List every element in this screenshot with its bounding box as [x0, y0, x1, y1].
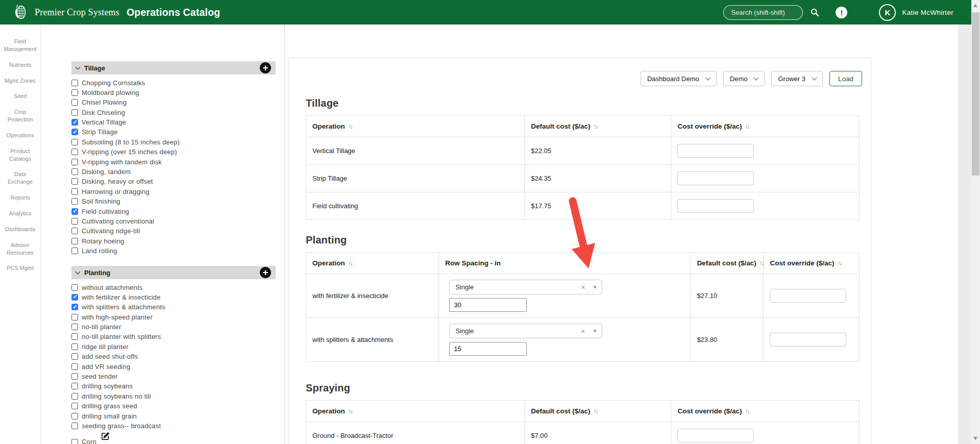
- checkbox-icon[interactable]: [71, 159, 78, 165]
- sidebar-item-advisor-resources[interactable]: Advisor Resources: [0, 241, 40, 257]
- checkbox-icon[interactable]: [71, 383, 78, 389]
- checkbox-icon[interactable]: [71, 228, 78, 234]
- checkbox-icon[interactable]: [71, 208, 78, 215]
- sort-icon[interactable]: ↑↓: [745, 408, 749, 415]
- filter-checkbox-ridge-till-planter[interactable]: ridge till planter: [71, 342, 276, 351]
- filter-checkbox-with-fertilizer-insecticide[interactable]: with fertilizer & insecticide: [71, 293, 276, 301]
- avatar[interactable]: K: [879, 4, 896, 21]
- checkbox-icon[interactable]: [71, 129, 78, 135]
- filter-checkbox-with-splitters-attachments[interactable]: with splitters & attachments: [71, 303, 276, 311]
- col-cost-override[interactable]: Cost override ($/ac)↑↓: [671, 401, 860, 422]
- filter-checkbox-without-attachments[interactable]: without attachments: [71, 283, 276, 291]
- row-spacing-select[interactable]: Single×▾: [449, 324, 602, 338]
- filter-checkbox-add-vr-seeding[interactable]: add VR seeding: [71, 362, 276, 371]
- cost-override-input-tillage[interactable]: [677, 144, 754, 158]
- checkbox-icon[interactable]: [71, 324, 78, 330]
- checkbox-icon[interactable]: [71, 168, 78, 175]
- checkbox-icon[interactable]: [71, 373, 78, 380]
- col-default-cost[interactable]: Default cost ($/ac)↑↓: [691, 253, 764, 274]
- checkbox-icon[interactable]: [71, 139, 78, 145]
- cost-override-input-planting[interactable]: [770, 289, 846, 303]
- checkbox-icon[interactable]: [71, 218, 78, 225]
- checkbox-icon[interactable]: [71, 99, 78, 106]
- checkbox-icon[interactable]: [71, 248, 78, 254]
- col-default-cost[interactable]: Default cost ($/ac)↑↓: [525, 116, 671, 137]
- cost-override-input-tillage[interactable]: [677, 199, 754, 213]
- filter-checkbox-seeding-grass-broadcast[interactable]: seeding grass-- broadcast: [71, 422, 276, 430]
- checkbox-icon[interactable]: [71, 238, 78, 244]
- filter-checkbox-vertical-tillage[interactable]: Vertical Tillage: [71, 118, 276, 127]
- checkbox-icon[interactable]: [71, 89, 78, 96]
- col-row-spacing[interactable]: Row Spacing - in: [439, 253, 691, 274]
- filter-checkbox-field-cultivating[interactable]: Field cultivating: [71, 207, 276, 215]
- col-operation[interactable]: Operation↑↓: [306, 253, 439, 274]
- filter-checkbox-disking-heavy-or-offset[interactable]: Disking, heavy or offset: [71, 178, 276, 186]
- checkbox-icon[interactable]: [71, 393, 78, 400]
- checkbox-icon[interactable]: [71, 403, 78, 409]
- sidebar-item-seed[interactable]: Seed: [0, 92, 40, 100]
- row-spacing-select[interactable]: Single×▾: [449, 280, 602, 294]
- col-operation[interactable]: Operation↑↓: [306, 116, 525, 137]
- filter-checkbox-no-till-planter[interactable]: no-till planter: [71, 323, 276, 331]
- sort-icon[interactable]: ↑↓: [348, 260, 352, 267]
- scrollbar-thumb[interactable]: [972, 12, 979, 176]
- filter-checkbox-disk-chiseling[interactable]: Disk Chiseling: [71, 108, 276, 116]
- filter-checkbox-disking-tandem[interactable]: Disking, tandem: [71, 168, 276, 176]
- checkbox-icon[interactable]: [71, 80, 78, 86]
- checkbox-icon[interactable]: [71, 188, 78, 195]
- filter-group-header-planting[interactable]: Planting+: [71, 266, 276, 279]
- checkbox-icon[interactable]: [71, 343, 78, 350]
- checkbox-icon[interactable]: [71, 363, 78, 370]
- search-icon[interactable]: [809, 7, 820, 18]
- caret-down-icon[interactable]: ▾: [594, 284, 597, 290]
- cost-override-input-spraying[interactable]: [677, 429, 754, 442]
- filter-checkbox-corn[interactable]: Corn: [71, 437, 276, 444]
- checkbox-icon[interactable]: [71, 198, 78, 205]
- clear-icon[interactable]: ×: [581, 327, 585, 335]
- sidebar-item-mgmt-zones[interactable]: Mgmt Zones: [0, 77, 40, 85]
- sidebar-item-nutrients[interactable]: Nutrients: [0, 61, 40, 69]
- sidebar-item-product-catalogs[interactable]: Product Catalogs: [0, 147, 40, 163]
- checkbox-icon[interactable]: [71, 314, 78, 320]
- row-spacing-value-input[interactable]: [449, 298, 527, 312]
- dropdown-demo[interactable]: Demo: [723, 71, 765, 86]
- sidebar-item-dashboards[interactable]: Dashboards: [0, 226, 40, 233]
- filter-checkbox-land-rolling[interactable]: Land rolling: [71, 247, 276, 255]
- checkbox-icon[interactable]: [71, 109, 78, 116]
- clear-icon[interactable]: ×: [581, 283, 585, 291]
- filter-checkbox-with-high-speed-planter[interactable]: with high-speed planter: [71, 313, 276, 321]
- sort-icon[interactable]: ↑↓: [838, 260, 842, 267]
- user-name[interactable]: Katie McWhirter: [902, 9, 953, 16]
- filter-checkbox-harrowing-or-dragging[interactable]: Harrowing or dragging: [71, 187, 276, 195]
- filter-checkbox-chisel-plowing[interactable]: Chisel Plowing: [71, 98, 276, 107]
- filter-checkbox-seed-tender[interactable]: seed tender: [71, 373, 276, 381]
- cost-override-input-planting[interactable]: [770, 333, 846, 347]
- load-button[interactable]: Load: [829, 71, 862, 86]
- checkbox-icon[interactable]: [71, 304, 78, 310]
- checkbox-icon[interactable]: [71, 423, 78, 429]
- filter-checkbox-v-ripping-with-tandem-disk[interactable]: V-ripping with tandem disk: [71, 158, 276, 166]
- search-input[interactable]: Search (shift-shift): [723, 5, 803, 20]
- filter-checkbox-v-ripping-over-15-inches-deep[interactable]: V-ripping (over 15 inches deep): [71, 148, 276, 156]
- edit-pencil-icon[interactable]: [101, 432, 110, 442]
- sidebar-item-field-management[interactable]: Field Management: [0, 38, 40, 53]
- checkbox-icon[interactable]: [71, 413, 78, 420]
- col-default-cost[interactable]: Default cost ($/ac)↑↓: [525, 401, 671, 422]
- vertical-scrollbar[interactable]: [971, 0, 980, 444]
- checkbox-icon[interactable]: [71, 353, 78, 360]
- sidebar-item-reports[interactable]: Reports: [0, 194, 40, 202]
- col-cost-override[interactable]: Cost override ($/ac)↑↓: [764, 253, 860, 274]
- sort-icon[interactable]: ↑↓: [745, 123, 749, 130]
- sidebar-item-analytics[interactable]: Analytics: [0, 210, 40, 217]
- checkbox-icon[interactable]: [71, 119, 78, 126]
- dropdown-dashboard-demo[interactable]: Dashboard Demo: [641, 71, 717, 86]
- sidebar-item-pcs-mgmt[interactable]: PCS Mgmt: [0, 264, 40, 272]
- filter-checkbox-chopping-cornstalks[interactable]: Chopping Cornstalks: [71, 79, 276, 87]
- add-operation-icon[interactable]: +: [260, 62, 271, 73]
- filter-checkbox-add-seed-shut-offs[interactable]: add seed shut-offs: [71, 353, 276, 361]
- checkbox-icon[interactable]: [71, 333, 78, 340]
- col-cost-override[interactable]: Cost override ($/ac)↑↓: [671, 116, 860, 137]
- filter-checkbox-drilling-small-grain[interactable]: drilling small grain: [71, 412, 276, 420]
- filter-checkbox-strip-tillage[interactable]: Strip Tillage: [71, 128, 276, 136]
- filter-checkbox-no-till-planter-with-splitters[interactable]: no-till planter with splitters: [71, 333, 276, 341]
